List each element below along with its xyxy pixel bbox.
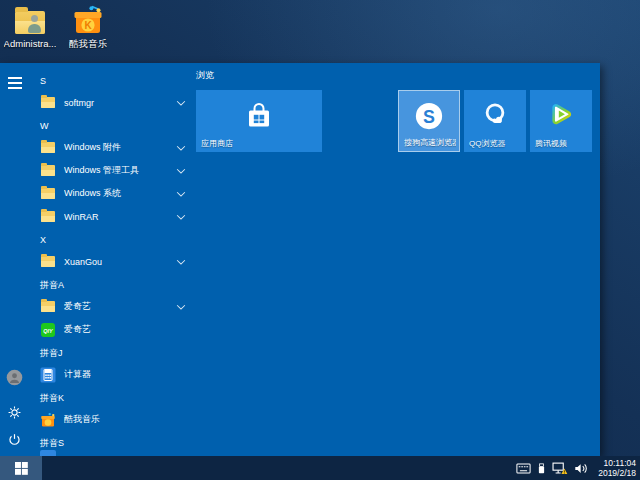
start-button[interactable] — [0, 456, 42, 480]
app-item-label: 爱奇艺 — [64, 300, 178, 313]
chevron-down-icon[interactable] — [177, 211, 185, 219]
kuwo-music-icon: K — [71, 4, 105, 36]
tile-label: 应用商店 — [201, 139, 319, 149]
desktop-icon-label: 酷我音乐 — [69, 38, 107, 49]
svg-text:QIY: QIY — [43, 327, 54, 333]
app-list-section: 拼音K 酷我音乐 — [30, 388, 192, 431]
sogou-browser-icon: S — [399, 101, 459, 131]
clock-time: 10:11:04 — [598, 458, 636, 468]
app-item-label: 爱奇艺 — [64, 323, 184, 336]
tile-area: 浏览 应用商店 — [196, 63, 600, 456]
folder-icon — [40, 209, 56, 225]
windows-logo-icon — [15, 462, 28, 475]
app-list-item-winrar[interactable]: WinRAR — [30, 205, 192, 228]
app-list-section: 拼音A 爱奇艺 QIY 爱奇艺 — [30, 275, 192, 341]
app-item-label: softmgr — [64, 98, 178, 108]
user-folder-icon — [13, 4, 47, 36]
app-list-item-softmgr[interactable]: softmgr — [30, 91, 192, 114]
calculator-icon — [40, 367, 56, 383]
chevron-down-icon[interactable] — [177, 301, 185, 309]
app-list-item-xuangou[interactable]: XuanGou — [30, 250, 192, 273]
app-list-section: S softmgr — [30, 71, 192, 114]
microsoft-store-icon — [196, 100, 322, 132]
app-list-item-windows-accessories[interactable]: Windows 附件 — [30, 136, 192, 159]
folder-icon — [40, 254, 56, 270]
usb-device-icon[interactable] — [537, 462, 546, 475]
app-list-section: X XuanGou — [30, 230, 192, 273]
desktop-icon-label: Administra... — [4, 38, 57, 49]
desktop-icon-administrator[interactable]: Administra... — [4, 4, 56, 49]
taskbar: 10:11:04 2019/2/18 — [0, 456, 640, 480]
user-avatar[interactable] — [6, 369, 23, 386]
svg-text:K: K — [84, 20, 92, 31]
kuwo-music-icon — [40, 412, 56, 428]
chevron-down-icon[interactable] — [177, 97, 185, 105]
app-item-label: XuanGou — [64, 257, 178, 267]
tile-label: 腾讯视频 — [535, 139, 589, 149]
system-tray: 10:11:04 2019/2/18 — [516, 458, 640, 478]
iqiyi-icon: QIY — [40, 322, 56, 338]
tile-tencent-video[interactable]: 腾讯视频 — [530, 90, 592, 152]
app-item-label: 酷我音乐 — [64, 413, 184, 426]
folder-icon — [40, 95, 56, 111]
tencent-video-icon — [530, 100, 592, 128]
folder-icon — [40, 186, 56, 202]
desktop-icon-area: Administra... K 酷我音乐 — [4, 4, 114, 49]
section-header[interactable]: 拼音A — [30, 275, 192, 295]
app-list-section: W Windows 附件 Windows 管理工具 Windows 系统 — [30, 116, 192, 228]
app-list-item-kuwo-music[interactable]: 酷我音乐 — [30, 408, 192, 431]
svg-text:S: S — [423, 107, 435, 127]
chevron-down-icon[interactable] — [177, 165, 185, 173]
taskbar-clock[interactable]: 10:11:04 2019/2/18 — [598, 458, 636, 478]
speaker-icon[interactable] — [574, 463, 588, 474]
start-menu: S softmgr W Windows 附件 Windows 管理工具 — [0, 63, 600, 456]
clock-date: 2019/2/18 — [598, 468, 636, 478]
app-item-label: Windows 附件 — [64, 141, 178, 154]
tile-group-label[interactable]: 浏览 — [196, 67, 600, 83]
app-list-item-windows-system[interactable]: Windows 系统 — [30, 182, 192, 205]
chevron-down-icon[interactable] — [177, 256, 185, 264]
touch-keyboard-icon[interactable] — [516, 463, 531, 474]
folder-icon — [40, 163, 56, 179]
app-item-label: Windows 系统 — [64, 187, 178, 200]
app-list-section: 拼音J 计算器 — [30, 343, 192, 386]
desktop-icon-kuwo-music[interactable]: K 酷我音乐 — [62, 4, 114, 49]
hamburger-icon[interactable] — [8, 77, 22, 89]
network-warning-icon[interactable] — [552, 462, 568, 475]
section-header[interactable]: 拼音J — [30, 343, 192, 363]
desktop: Administra... K 酷我音乐 — [0, 0, 640, 480]
section-header[interactable]: X — [30, 230, 192, 250]
tile-label: QQ浏览器 — [469, 139, 523, 149]
app-item-label: WinRAR — [64, 212, 178, 222]
app-list: S softmgr W Windows 附件 Windows 管理工具 — [30, 63, 192, 455]
tile-microsoft-store[interactable]: 应用商店 — [196, 90, 322, 152]
app-list-item-windows-admin-tools[interactable]: Windows 管理工具 — [30, 159, 192, 182]
settings-gear-icon[interactable] — [6, 404, 23, 421]
section-header[interactable]: S — [30, 71, 192, 91]
start-menu-rail — [0, 63, 30, 456]
section-header[interactable]: 拼音K — [30, 388, 192, 408]
tile-sogou-browser[interactable]: S 搜狗高速浏览器 — [398, 90, 460, 152]
app-list-item-iqiyi-folder[interactable]: 爱奇艺 — [30, 295, 192, 318]
tile-qq-browser[interactable]: QQ浏览器 — [464, 90, 526, 152]
app-list-item-iqiyi[interactable]: QIY 爱奇艺 — [30, 318, 192, 341]
chevron-down-icon[interactable] — [177, 188, 185, 196]
app-item-label: 计算器 — [64, 368, 184, 381]
tile-label: 搜狗高速浏览器 — [404, 138, 456, 148]
qq-browser-icon — [464, 100, 526, 128]
app-item-label: Windows 管理工具 — [64, 164, 178, 177]
section-header[interactable]: W — [30, 116, 192, 136]
folder-icon — [40, 140, 56, 156]
folder-icon — [40, 299, 56, 315]
chevron-down-icon[interactable] — [177, 142, 185, 150]
app-list-item-calculator[interactable]: 计算器 — [30, 363, 192, 386]
power-icon[interactable] — [6, 431, 23, 448]
